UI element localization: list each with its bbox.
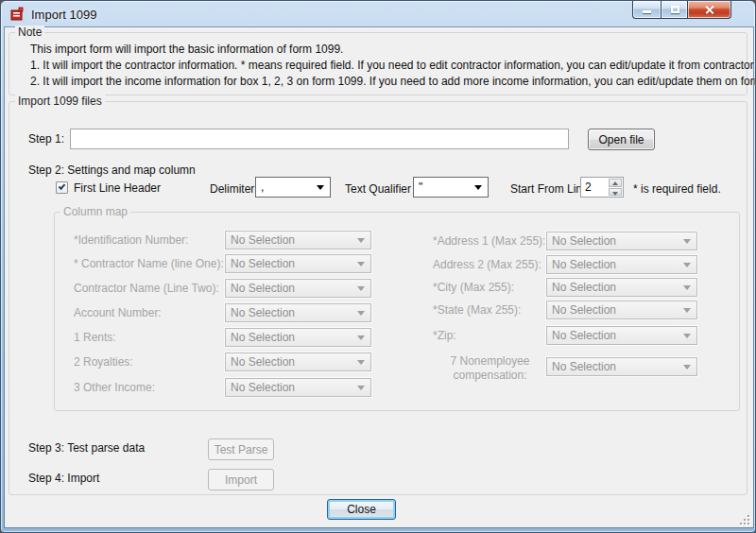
map-label-contractor-name-two: Contractor Name (Line Two):: [74, 282, 219, 295]
map-label-zip: *Zip:: [433, 329, 456, 342]
chevron-down-icon: [683, 239, 691, 244]
maximize-button[interactable]: [661, 1, 688, 19]
minimize-icon: [643, 10, 651, 13]
text-qualifier-label: Text Qualifier: [345, 182, 411, 196]
note-legend-text: Note: [15, 26, 44, 39]
resize-grip-icon[interactable]: [739, 514, 749, 524]
chevron-down-icon: [357, 311, 365, 316]
delimiter-select[interactable]: ,: [255, 177, 331, 198]
step1-label: Step 1:: [28, 132, 64, 146]
start-from-line-label: Start From Line: [510, 182, 589, 196]
note-line-2: 1. It will import the contractor informa…: [30, 59, 756, 72]
first-line-header-checkbox[interactable]: [56, 181, 68, 194]
stepper-down-button[interactable]: [609, 188, 622, 197]
column-map-groupbox: Column map *Identification Number: No Se…: [54, 212, 740, 411]
map-select-state: No Selection: [546, 301, 697, 319]
window-controls: [632, 1, 731, 19]
stepper-up-button[interactable]: [609, 179, 622, 187]
map-select-address1: No Selection: [546, 232, 697, 250]
map-label-contractor-name-one: * Contractor Name (line One):: [74, 257, 224, 270]
file-path-input[interactable]: [70, 129, 569, 149]
chevron-down-icon: [357, 262, 365, 266]
chevron-down-icon: [683, 334, 691, 338]
chevron-down-icon: [357, 286, 365, 291]
chevron-down-icon: [357, 360, 365, 365]
map-label-address2: Address 2 (Max 255):: [433, 258, 541, 271]
required-field-note: * is required field.: [633, 182, 721, 196]
chevron-down-icon: [317, 185, 324, 190]
titlebar[interactable]: Import 1099: [1, 1, 755, 27]
chevron-down-icon: [683, 365, 691, 370]
chevron-down-icon: [357, 238, 365, 243]
close-icon: [704, 5, 714, 15]
start-from-line-stepper[interactable]: 2: [580, 177, 624, 198]
map-label-state: *State (Max 255):: [433, 303, 521, 317]
close-button[interactable]: Close: [327, 499, 396, 520]
map-select-account-number: No Selection: [225, 303, 371, 322]
import-files-groupbox: Import 1099 files Step 1: Open file Step…: [9, 101, 747, 495]
step3-label: Step 3: Test parse data: [28, 441, 145, 455]
maximize-icon: [671, 6, 679, 13]
delimiter-label: Delimiter: [210, 182, 254, 196]
minimize-button[interactable]: [632, 1, 661, 19]
app-icon: [9, 7, 25, 22]
start-from-line-value: 2: [585, 181, 592, 194]
map-select-address2: No Selection: [546, 255, 697, 274]
map-select-other-income: No Selection: [225, 378, 371, 397]
first-line-header-label: First Line Header: [74, 181, 161, 195]
note-line-3: 2. It will import the income information…: [30, 75, 756, 88]
map-select-zip: No Selection: [546, 326, 697, 345]
map-select-rents: No Selection: [225, 328, 371, 347]
note-groupbox: Note This import form will import the ba…: [9, 32, 747, 95]
test-parse-button: Test Parse: [208, 438, 274, 460]
map-label-identification-number: *Identification Number:: [74, 233, 188, 247]
spinner-down-icon: [612, 192, 618, 196]
map-label-city: *City (Max 255):: [433, 281, 514, 294]
step4-label: Step 4: Import: [28, 472, 99, 485]
map-select-nonemployee-compensation: No Selection: [546, 357, 697, 376]
chevron-down-icon: [683, 285, 691, 290]
map-label-other-income: 3 Other Income:: [74, 381, 155, 394]
spinner-up-icon: [612, 181, 618, 185]
import-button: Import: [208, 469, 274, 490]
window-title: Import 1099: [31, 8, 96, 22]
map-select-royalties: No Selection: [225, 352, 371, 371]
chevron-down-icon: [683, 308, 691, 313]
import-files-legend: Import 1099 files: [15, 95, 105, 108]
map-label-address1: *Address 1 (Max 255):: [433, 234, 545, 248]
step2-label: Step 2: Settings and map column: [28, 163, 196, 177]
map-label-rents: 1 Rents:: [74, 331, 116, 344]
map-select-contractor-name-two: No Selection: [225, 279, 371, 298]
map-label-nonemployee-compensation: 7 Nonemployee compensation:: [431, 354, 549, 383]
map-select-identification-number: No Selection: [225, 231, 371, 249]
open-file-button[interactable]: Open file: [588, 129, 655, 150]
chevron-down-icon: [474, 185, 482, 190]
map-select-contractor-name-one: No Selection: [225, 254, 371, 273]
close-window-button[interactable]: [688, 1, 731, 19]
map-label-account-number: Account Number:: [74, 306, 162, 319]
map-label-royalties: 2 Royalties:: [74, 355, 133, 369]
map-select-city: No Selection: [546, 278, 697, 297]
chevron-down-icon: [357, 386, 365, 390]
chevron-down-icon: [683, 263, 691, 267]
text-qualifier-select[interactable]: ": [413, 177, 489, 198]
chevron-down-icon: [357, 335, 365, 340]
note-line-1: This import form will import the basic i…: [30, 43, 343, 56]
check-icon: [59, 182, 66, 190]
dialog-client-area: Note This import form will import the ba…: [5, 27, 753, 527]
column-map-legend: Column map: [60, 205, 130, 218]
import-1099-window: Import 1099 Note This import form will i…: [0, 0, 756, 533]
